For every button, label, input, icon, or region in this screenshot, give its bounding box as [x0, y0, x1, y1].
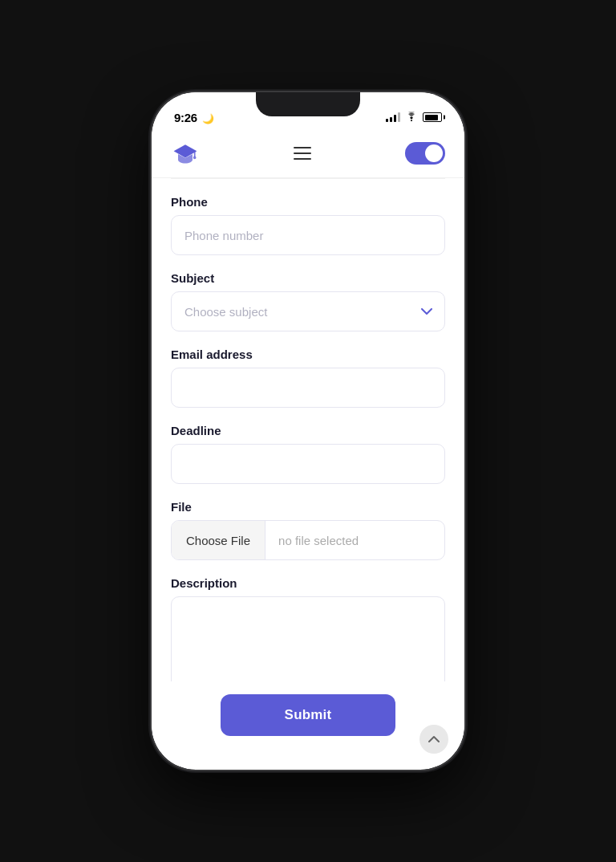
description-label: Description	[171, 576, 445, 590]
file-label: File	[171, 500, 445, 514]
logo	[171, 139, 200, 168]
theme-toggle[interactable]	[405, 142, 445, 165]
phone-label: Phone	[171, 195, 445, 209]
phone-field-group: Phone	[171, 179, 445, 255]
scroll-area[interactable]: Phone Subject Choose subject	[152, 179, 464, 770]
deadline-label: Deadline	[171, 424, 445, 437]
file-field-group: File Choose File no file selected	[171, 500, 445, 560]
file-input-wrapper: Choose File no file selected	[171, 520, 445, 560]
phone-outer: 9:26 🌙	[152, 92, 464, 770]
graduation-cap-icon	[171, 139, 200, 168]
status-bar: 9:26 🌙	[152, 92, 464, 132]
svg-point-2	[193, 157, 197, 160]
status-icons	[386, 112, 442, 124]
phone-input[interactable]	[171, 215, 445, 255]
submit-button[interactable]: Submit	[221, 694, 396, 736]
status-time: 9:26 🌙	[174, 111, 214, 124]
choose-file-button[interactable]: Choose File	[172, 521, 265, 559]
description-textarea[interactable]	[171, 596, 445, 681]
phone-screen: 9:26 🌙	[152, 92, 464, 770]
notch	[256, 92, 360, 116]
subject-select[interactable]: Choose subject	[171, 291, 445, 331]
deadline-field-group: Deadline	[171, 424, 445, 484]
description-field-group: Description	[171, 576, 445, 681]
deadline-input[interactable]	[171, 444, 445, 484]
svg-point-0	[411, 120, 412, 121]
submit-area: Submit	[152, 681, 464, 752]
subject-select-wrapper: Choose subject	[171, 291, 445, 331]
phone-frame: 9:26 🌙	[0, 0, 616, 862]
email-input[interactable]	[171, 368, 445, 408]
phone-content: Phone Subject Choose subject	[152, 132, 464, 770]
battery-fill	[425, 115, 438, 120]
subject-field-group: Subject Choose subject	[171, 271, 445, 331]
hamburger-menu[interactable]	[294, 147, 311, 160]
file-name-display: no file selected	[265, 534, 444, 547]
email-label: Email address	[171, 348, 445, 361]
moon-icon: 🌙	[200, 113, 214, 124]
email-field-group: Email address	[171, 348, 445, 408]
battery-icon	[423, 112, 442, 122]
svg-rect-1	[194, 151, 196, 157]
signal-bars-icon	[386, 112, 400, 122]
subject-label: Subject	[171, 271, 445, 285]
app-header	[152, 132, 464, 178]
form-content: Phone Subject Choose subject	[152, 179, 464, 681]
time-display: 9:26	[174, 111, 197, 124]
wifi-icon	[405, 112, 418, 124]
scroll-top-button[interactable]	[419, 725, 448, 754]
